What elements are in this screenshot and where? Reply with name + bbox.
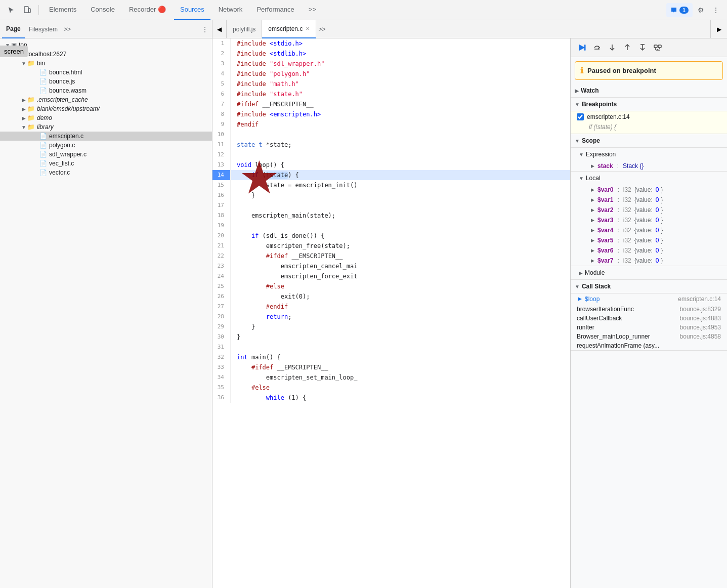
- code-line-31: 31: [212, 342, 570, 352]
- scope-item-var1[interactable]: ▶ $var1 : i32 {value: 0 }: [585, 195, 727, 205]
- watch-section-header[interactable]: ▶ Watch: [571, 84, 727, 98]
- more-files-icon[interactable]: >>: [316, 25, 327, 34]
- tree-item-bounce-wasm[interactable]: 📄 bounce.wasm: [0, 86, 212, 95]
- scope-item-arrow: ▶: [591, 238, 594, 243]
- tree-item-localhost[interactable]: ▼ ☁ localhost:2627: [0, 50, 212, 59]
- scope-arrow-icon: ▼: [575, 138, 580, 144]
- screen-label: screen: [0, 46, 28, 57]
- toolbar-right: 1 ⚙ ⋮: [666, 3, 723, 17]
- code-line-28: 28 return;: [212, 312, 570, 322]
- breakpoints-section-header[interactable]: ▼ Breakpoints: [571, 98, 727, 111]
- folder-icon: 📁: [27, 123, 35, 131]
- step-out-button[interactable]: [620, 40, 634, 55]
- module-section-header[interactable]: ▶ Module: [571, 266, 727, 279]
- expression-arrow-icon: ▼: [579, 152, 584, 157]
- file-tab-emscripten[interactable]: emscripten.c ✕: [262, 20, 316, 38]
- breakpoint-checkbox-1[interactable]: [577, 113, 584, 120]
- scope-item-arrow: ▶: [591, 163, 594, 169]
- scope-item-var0[interactable]: ▶ $var0 : i32 {value: 0 }: [585, 185, 727, 195]
- breakpoints-arrow-icon: ▼: [575, 102, 580, 107]
- tree-item-bin[interactable]: ▼ 📁 bin: [0, 59, 212, 68]
- call-stack-item-raf[interactable]: requestAnimationFrame (asy...: [571, 341, 727, 350]
- more-options-nav-icon[interactable]: ⋮: [200, 25, 210, 34]
- play-icon[interactable]: ▶: [713, 23, 725, 35]
- code-line-16: 16 }: [212, 190, 570, 200]
- code-line-10: 10: [212, 130, 570, 140]
- arrow-icon: ▶: [20, 115, 27, 121]
- tab-page[interactable]: Page: [2, 20, 25, 38]
- device-icon[interactable]: [20, 3, 34, 17]
- tree-item-emscripten-cache[interactable]: ▶ 📁 .emscripten_cache: [0, 95, 212, 104]
- step-into-button[interactable]: [605, 40, 619, 55]
- tab-elements[interactable]: Elements: [43, 0, 82, 20]
- scope-item-var7[interactable]: ▶ $var7 : i32 {value: 0 }: [585, 256, 727, 266]
- call-stack-item-main-loop-runner[interactable]: Browser_mainLoop_runner bounce.js:4858: [571, 332, 727, 341]
- tree-item-emscripten-c[interactable]: 📄 emscripten.c: [0, 132, 212, 141]
- scope-item-var5[interactable]: ▶ $var5 : i32 {value: 0 }: [585, 235, 727, 245]
- folder-icon: 📁: [27, 105, 35, 112]
- svg-rect-9: [654, 45, 657, 48]
- more-nav-icon[interactable]: >>: [62, 25, 73, 34]
- local-arrow-icon: ▼: [579, 176, 584, 181]
- scope-item-arrow: ▶: [591, 228, 594, 233]
- scope-item-var2[interactable]: ▶ $var2 : i32 {value: 0 }: [585, 205, 727, 215]
- scope-section-header[interactable]: ▼ Scope: [571, 134, 727, 148]
- file-tab-polyfill[interactable]: polyfill.js: [227, 20, 262, 38]
- wasm-file-icon: 📄: [39, 87, 47, 94]
- back-icon[interactable]: ◀: [212, 20, 227, 38]
- call-stack-item-run-iter[interactable]: runIter bounce.js:4953: [571, 323, 727, 332]
- tab-filesystem[interactable]: Filesystem: [25, 20, 62, 38]
- tree-item-bounce-html[interactable]: 📄 bounce.html: [0, 68, 212, 77]
- code-line-26: 26 exit(0);: [212, 291, 570, 302]
- code-line-32: 32 int main() {: [212, 352, 570, 362]
- scope-item-arrow: ▶: [591, 207, 594, 213]
- code-line-35: 35 #else: [212, 383, 570, 393]
- tree-item-top[interactable]: ▼ ▣ top: [0, 40, 212, 50]
- tree-item-vector-c[interactable]: 📄 vector.c: [0, 168, 212, 177]
- svg-marker-2: [579, 45, 585, 51]
- step-button[interactable]: [635, 40, 650, 55]
- tab-network[interactable]: Network: [212, 0, 249, 20]
- html-file-icon: 📄: [39, 69, 47, 76]
- scope-item-var3[interactable]: ▶ $var3 : i32 {value: 0 }: [585, 215, 727, 225]
- code-line-19: 19: [212, 221, 570, 231]
- tree-item-vec-list-c[interactable]: 📄 vec_list.c: [0, 159, 212, 168]
- expression-section-header[interactable]: ▼ Expression: [571, 148, 727, 161]
- call-stack-item-call-user-callback[interactable]: callUserCallback bounce.js:4883: [571, 314, 727, 323]
- call-stack-section-header[interactable]: ▼ Call Stack: [571, 280, 727, 293]
- code-line-23: 23 emscripten_cancel_mai: [212, 261, 570, 271]
- call-stack-arrow-icon: ▼: [575, 284, 580, 289]
- cursor-icon[interactable]: [4, 3, 18, 17]
- more-debug-icon[interactable]: [651, 40, 665, 55]
- folder-icon: 📁: [27, 96, 35, 103]
- scope-item-var4[interactable]: ▶ $var4 : i32 {value: 0 }: [585, 225, 727, 235]
- call-stack-item-loop[interactable]: $loop emscripten.c:14: [571, 293, 727, 305]
- code-line-36: 36 while (1) {: [212, 393, 570, 403]
- tree-item-sdl-wrapper-c[interactable]: 📄 sdl_wrapper.c: [0, 150, 212, 159]
- call-stack-item-browser-iteration[interactable]: browserIterationFunc bounce.js:8329: [571, 305, 727, 314]
- settings-icon[interactable]: ⚙: [694, 3, 708, 17]
- tree-item-blank[interactable]: ▶ 📁 blank/emsdk/upstream/: [0, 104, 212, 113]
- tree-item-bounce-js[interactable]: 📄 bounce.js: [0, 77, 212, 86]
- tab-recorder[interactable]: Recorder 🔴: [123, 0, 172, 20]
- tab-console[interactable]: Console: [84, 0, 121, 20]
- local-section-header[interactable]: ▼ Local: [571, 172, 727, 185]
- close-tab-icon[interactable]: ✕: [306, 26, 310, 31]
- tree-item-polygon-c[interactable]: 📄 polygon.c: [0, 141, 212, 150]
- code-line-14: 14 if (!state) {: [212, 170, 570, 180]
- code-line-12: 12: [212, 150, 570, 160]
- debug-controls: [571, 38, 727, 57]
- tab-more[interactable]: >>: [303, 0, 322, 20]
- more-options-icon[interactable]: ⋮: [709, 3, 723, 17]
- resume-button[interactable]: [575, 40, 589, 55]
- tab-sources[interactable]: Sources: [174, 0, 210, 20]
- step-over-button[interactable]: [590, 40, 604, 55]
- scope-item-stack[interactable]: ▶ stack : Stack {}: [585, 161, 727, 171]
- code-editor[interactable]: 1 #include <stdio.h> 2 #include <stdlib.…: [212, 38, 570, 403]
- chat-icon[interactable]: 1: [666, 3, 693, 17]
- scope-item-var6[interactable]: ▶ $var6 : i32 {value: 0 }: [585, 245, 727, 256]
- tab-performance[interactable]: Performance: [250, 0, 300, 20]
- tree-item-demo[interactable]: ▶ 📁 demo: [0, 113, 212, 122]
- code-line-9: 9 #endif: [212, 119, 570, 130]
- tree-item-library[interactable]: ▼ 📁 library: [0, 122, 212, 132]
